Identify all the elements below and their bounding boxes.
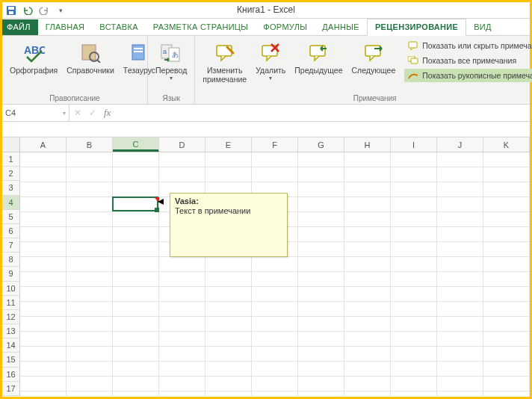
tab-file[interactable]: ФАЙЛ [2, 19, 38, 35]
cell[interactable] [298, 377, 344, 392]
cell[interactable] [113, 377, 159, 392]
cell[interactable] [344, 332, 391, 347]
column-header[interactable]: E [205, 137, 252, 152]
cell[interactable] [205, 257, 252, 272]
cell[interactable] [483, 392, 530, 396]
cell[interactable] [159, 392, 205, 396]
cell[interactable] [20, 257, 66, 272]
cell[interactable] [252, 377, 298, 392]
cell[interactable] [344, 287, 391, 302]
cell[interactable] [205, 392, 252, 396]
cell[interactable] [113, 332, 159, 347]
qat-save-button[interactable] [5, 4, 17, 16]
cell[interactable] [391, 152, 437, 167]
cell[interactable] [437, 362, 483, 377]
next-comment-button[interactable]: Следующее [349, 39, 399, 76]
edit-comment-button[interactable]: Изменить примечание [200, 39, 250, 85]
cell[interactable] [205, 302, 252, 317]
cell[interactable] [66, 152, 113, 167]
cell[interactable] [391, 182, 437, 197]
cell[interactable] [298, 302, 344, 317]
row-header[interactable]: 2 [2, 167, 20, 181]
row-header[interactable]: 6 [2, 224, 20, 238]
cell[interactable] [298, 227, 344, 242]
cell[interactable] [252, 347, 298, 362]
cancel-formula-icon[interactable]: ✕ [74, 108, 81, 118]
cell[interactable] [391, 242, 437, 257]
tab-formulas[interactable]: ФОРМУЛЫ [256, 19, 315, 35]
cell[interactable] [437, 212, 483, 227]
cell[interactable] [252, 257, 298, 272]
show-all-comments-button[interactable]: Показать все примечания [404, 54, 532, 67]
cell[interactable] [344, 242, 391, 257]
cell[interactable] [159, 317, 205, 332]
cell[interactable] [391, 272, 437, 287]
cell[interactable] [483, 287, 530, 302]
cell[interactable] [113, 152, 159, 167]
cell[interactable] [66, 242, 113, 257]
tab-data[interactable]: ДАННЫЕ [315, 19, 367, 35]
cell[interactable] [252, 362, 298, 377]
qat-redo-button[interactable] [38, 4, 50, 16]
cell[interactable] [483, 272, 530, 287]
cell[interactable] [437, 317, 483, 332]
cell[interactable] [483, 257, 530, 272]
tab-home[interactable]: ГЛАВНАЯ [38, 19, 93, 35]
cell[interactable] [66, 272, 113, 287]
row-header[interactable]: 1 [2, 152, 20, 167]
cell[interactable] [66, 392, 113, 396]
row-header[interactable]: 13 [2, 324, 20, 338]
cell[interactable] [252, 167, 298, 182]
cell[interactable] [391, 212, 437, 227]
row-header[interactable]: 11 [2, 296, 20, 310]
tab-view[interactable]: ВИД [466, 19, 499, 35]
cell[interactable] [298, 392, 344, 396]
spellcheck-button[interactable]: ABC Орфография [7, 39, 61, 76]
cell[interactable] [159, 167, 205, 182]
tab-insert[interactable]: ВСТАВКА [92, 19, 145, 35]
cell[interactable] [391, 362, 437, 377]
cell[interactable] [483, 197, 530, 212]
cell[interactable] [113, 197, 159, 212]
row-header[interactable]: 8 [2, 253, 20, 267]
cell[interactable] [20, 167, 66, 182]
tab-layout[interactable]: РАЗМЕТКА СТРАНИЦЫ [146, 19, 256, 35]
row-header[interactable]: 9 [2, 267, 20, 281]
cell[interactable] [20, 272, 66, 287]
cell[interactable] [159, 362, 205, 377]
cell[interactable] [344, 377, 391, 392]
cell[interactable] [159, 272, 205, 287]
column-header[interactable]: G [298, 137, 344, 152]
row-header[interactable]: 12 [2, 310, 20, 324]
cell[interactable] [483, 347, 530, 362]
delete-comment-button[interactable]: Удалить ▾ [253, 39, 288, 83]
cell[interactable] [483, 242, 530, 257]
qat-customize-button[interactable]: ▾ [55, 4, 66, 16]
cell[interactable] [205, 377, 252, 392]
fx-icon[interactable]: fx [104, 107, 111, 119]
cell[interactable] [66, 362, 113, 377]
cell[interactable] [344, 152, 391, 167]
cell[interactable] [298, 347, 344, 362]
cell[interactable] [20, 347, 66, 362]
cell[interactable] [344, 317, 391, 332]
cell[interactable] [205, 167, 252, 182]
cell[interactable] [159, 332, 205, 347]
cell[interactable] [66, 257, 113, 272]
reference-button[interactable]: Справочники [64, 39, 117, 76]
cell[interactable] [66, 167, 113, 182]
cell[interactable] [205, 152, 252, 167]
cell[interactable] [298, 332, 344, 347]
cell[interactable] [391, 392, 437, 396]
column-header[interactable]: B [66, 137, 113, 152]
cell[interactable] [66, 377, 113, 392]
cell[interactable] [113, 182, 159, 197]
cell[interactable] [391, 377, 437, 392]
cell[interactable] [20, 362, 66, 377]
comment-popup[interactable]: Vasia: Текст в примечании [170, 193, 288, 257]
cell[interactable] [344, 167, 391, 182]
cell[interactable] [66, 347, 113, 362]
cell[interactable] [344, 347, 391, 362]
cell[interactable] [205, 347, 252, 362]
column-header[interactable]: H [344, 137, 391, 152]
